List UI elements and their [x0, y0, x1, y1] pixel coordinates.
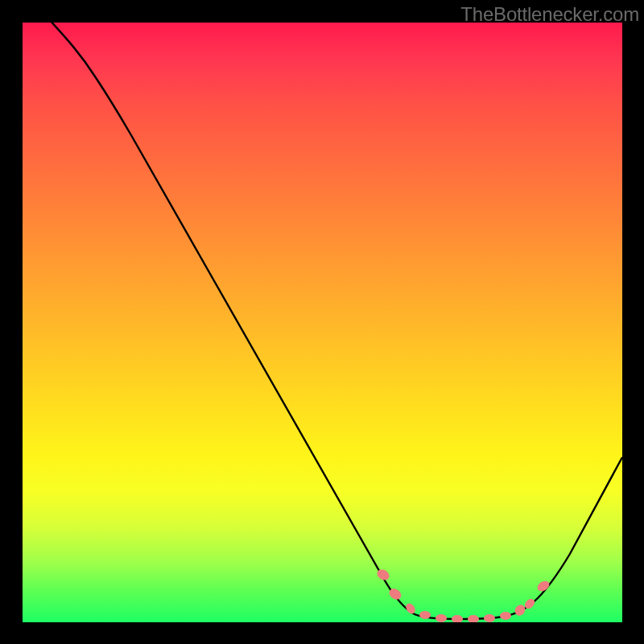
svg-point-4: [436, 614, 447, 622]
plot-area: [23, 23, 622, 622]
marker-group: [375, 568, 551, 622]
svg-point-11: [535, 579, 551, 593]
svg-point-8: [500, 612, 511, 620]
watermark-text: TheBottlenecker.com: [460, 3, 639, 26]
svg-point-1: [387, 586, 403, 601]
svg-point-10: [523, 597, 537, 611]
svg-point-9: [513, 603, 527, 617]
svg-point-0: [375, 568, 391, 582]
svg-point-2: [404, 601, 417, 615]
svg-point-3: [419, 611, 431, 619]
svg-point-6: [468, 615, 479, 622]
svg-point-5: [452, 615, 463, 622]
chart-frame: TheBottlenecker.com: [0, 0, 644, 644]
svg-point-7: [484, 614, 495, 622]
bottleneck-curve: [23, 23, 622, 619]
curve-svg: [23, 23, 622, 622]
